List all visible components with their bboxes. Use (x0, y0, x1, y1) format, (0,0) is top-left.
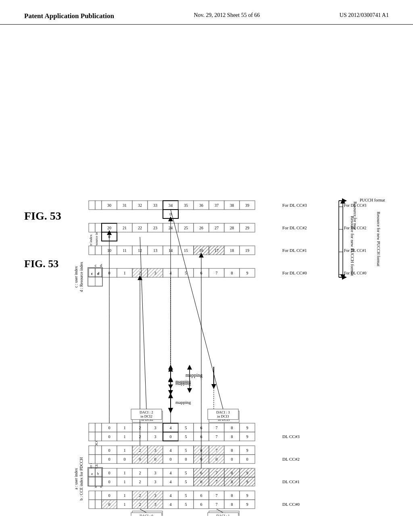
svg-text:b: b (97, 472, 99, 476)
svg-text:5: 5 (185, 434, 187, 439)
svg-text:mapping: mapping (175, 379, 191, 384)
svg-text:34: 34 (169, 203, 173, 208)
for-dl-cc2-grid: 20 21 22 23 24 25 26 27 28 29 0 For DL C… (89, 223, 307, 241)
svg-rect-282 (89, 201, 95, 210)
svg-text:1: 1 (124, 426, 126, 430)
svg-text:0: 0 (246, 457, 248, 461)
svg-text:0: 0 (124, 457, 126, 461)
svg-text:9: 9 (246, 426, 248, 430)
svg-rect-146 (95, 423, 102, 432)
svg-text:in DCI2: in DCI2 (140, 414, 152, 418)
svg-text:15: 15 (184, 248, 188, 253)
svg-line-383 (140, 237, 146, 409)
svg-text:1: 1 (124, 471, 126, 475)
svg-text:6: 6 (200, 502, 202, 507)
svg-text:5: 5 (185, 448, 187, 453)
svg-text:12: 12 (138, 248, 142, 253)
svg-text:23: 23 (153, 226, 157, 230)
svg-rect-234 (89, 246, 95, 255)
svg-text:0: 0 (170, 434, 172, 439)
svg-text:2: 2 (139, 502, 141, 507)
svg-rect-148 (95, 432, 102, 441)
svg-rect-5 (95, 491, 102, 500)
svg-text:For DL CC#1: For DL CC#1 (344, 248, 366, 253)
svg-text:8: 8 (231, 493, 233, 498)
svg-text:8: 8 (231, 471, 233, 475)
svg-text:DL CC#1: DL CC#1 (282, 479, 300, 484)
svg-text:4: 4 (170, 448, 172, 453)
svg-text:5: 5 (185, 426, 187, 430)
for-dl-cc3-grid: 30 31 32 33 34 35 36 37 38 39 0 For DL C… (89, 201, 307, 218)
svg-text:33: 33 (153, 203, 157, 208)
svg-text:16: 16 (199, 248, 203, 253)
svg-rect-147 (89, 432, 95, 441)
for-dl-cc1-grid: 10 11 12 13 14 15 16 17 18 19 For DL CC#… (89, 246, 307, 255)
svg-text:5: 5 (185, 271, 187, 275)
svg-text:0: 0 (154, 457, 156, 461)
svg-marker-331 (187, 388, 192, 393)
svg-text:8: 8 (231, 271, 233, 275)
svg-text:7: 7 (216, 434, 218, 439)
svg-rect-103 (95, 455, 102, 463)
svg-text:7: 7 (216, 426, 218, 430)
svg-text:1: 1 (124, 480, 126, 484)
svg-text:4: 4 (170, 502, 172, 507)
svg-text:3: 3 (154, 271, 156, 275)
svg-text:PUCCH format: PUCCH format (360, 198, 385, 202)
svg-text:0: 0 (108, 502, 111, 507)
svg-text:7: 7 (216, 480, 218, 484)
svg-text:30: 30 (107, 203, 111, 208)
svg-text:7: 7 (216, 493, 218, 498)
svg-text:1: 1 (124, 448, 126, 453)
svg-text:9: 9 (246, 448, 248, 453)
svg-text:8: 8 (231, 502, 233, 507)
svg-text:37: 37 (215, 203, 219, 208)
svg-text:6: 6 (200, 493, 202, 498)
svg-text:0: 0 (185, 457, 187, 461)
svg-rect-7 (95, 500, 102, 509)
svg-rect-283 (95, 201, 102, 210)
svg-text:in DCI3: in DCI3 (217, 414, 229, 418)
svg-text:9: 9 (246, 502, 248, 507)
svg-marker-327 (211, 384, 216, 389)
svg-rect-100 (89, 446, 95, 455)
svg-text:d: d (97, 272, 99, 276)
svg-text:For DL CC#0: For DL CC#0 (344, 271, 366, 275)
svg-text:Resource for new PUCCH format: Resource for new PUCCH format (376, 212, 381, 266)
svg-text:4: 4 (170, 480, 172, 484)
svg-text:DACI : 0: DACI : 0 (140, 514, 153, 516)
svg-text:For DL CC#0: For DL CC#0 (282, 270, 307, 275)
svg-text:1: 1 (124, 271, 126, 275)
svg-rect-6 (89, 500, 95, 509)
svg-text:32: 32 (138, 203, 142, 208)
dl-cc2-grid: 0 1 2 3 4 5 6 7 8 9 0 0 0 0 0 0 0 0 (89, 446, 300, 463)
dl-cc0-grid: 0 1 2 3 4 5 6 7 8 9 0 1 2 3 4 5 (89, 491, 300, 509)
svg-text:0: 0 (108, 480, 111, 484)
svg-text:9: 9 (246, 493, 248, 498)
svg-rect-101 (95, 446, 102, 455)
svg-text:0: 0 (108, 448, 111, 453)
svg-text:3: 3 (154, 426, 156, 430)
svg-text:21: 21 (123, 226, 127, 230)
svg-text:7: 7 (216, 471, 218, 475)
svg-text:22: 22 (138, 226, 142, 230)
svg-text:3: 3 (154, 434, 156, 439)
svg-text:c: c (95, 263, 97, 268)
svg-text:28: 28 (230, 226, 234, 230)
svg-text:0: 0 (108, 457, 111, 461)
figure-label-text: FIG. 53 (24, 258, 58, 270)
svg-text:0: 0 (231, 457, 233, 461)
svg-text:26: 26 (199, 226, 203, 230)
svg-text:5: 5 (185, 480, 187, 484)
svg-text:0: 0 (108, 493, 111, 498)
svg-text:18: 18 (230, 248, 234, 253)
svg-text:5: 5 (185, 493, 187, 498)
svg-rect-258 (95, 223, 102, 232)
diagram-svg: a b a : user index b : CCE index for PDC… (32, 48, 395, 516)
svg-marker-379 (168, 390, 173, 395)
svg-text:DL CC#2: DL CC#2 (282, 457, 300, 461)
svg-text:9: 9 (246, 471, 248, 475)
svg-text:38: 38 (230, 203, 234, 208)
svg-text:c : user index: c : user index (74, 266, 78, 288)
svg-text:2: 2 (139, 271, 141, 275)
